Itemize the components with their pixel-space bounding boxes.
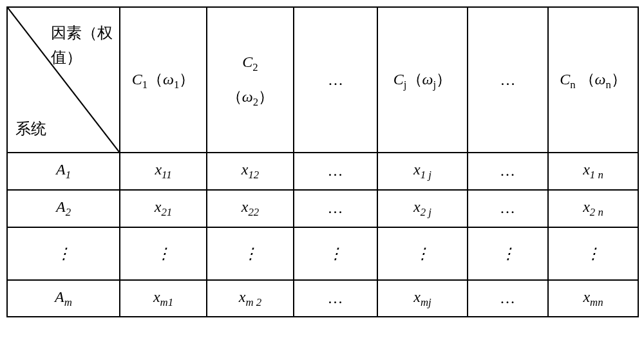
cell: x22 — [207, 190, 294, 227]
header-factor-label: 因素（权 值） — [51, 21, 113, 70]
vdots-icon: ⋮ — [7, 227, 120, 280]
cell: x1 n — [548, 153, 638, 190]
col-header-c1: C1（ω1） — [120, 7, 207, 153]
cell: x12 — [207, 153, 294, 190]
cell: xmj — [377, 280, 468, 317]
row-label-a2: A2 — [7, 190, 120, 227]
cell: xm1 — [120, 280, 207, 317]
col-header-ellipsis2: … — [468, 7, 548, 153]
header-system-label: 系统 — [15, 118, 46, 139]
table-row: A2 x21 x22 … x2 j … x2 n — [7, 190, 638, 227]
table-row-vdots: ⋮ ⋮ ⋮ ⋮ ⋮ ⋮ ⋮ — [7, 227, 638, 280]
cell-ellipsis: … — [294, 280, 377, 317]
cell-ellipsis: … — [468, 153, 548, 190]
cell: xm 2 — [207, 280, 294, 317]
col-header-ellipsis1: … — [294, 7, 377, 153]
vdots-icon: ⋮ — [468, 227, 548, 280]
header-factor-line1: 因素（权 — [51, 24, 113, 41]
vdots-icon: ⋮ — [548, 227, 638, 280]
cell: xmn — [548, 280, 638, 317]
decision-matrix-table: 因素（权 值） 系统 C1（ω1） C2 （ω2） … Cj（ωj） … Cn … — [6, 6, 639, 317]
cell-ellipsis: … — [468, 190, 548, 227]
cell: x21 — [120, 190, 207, 227]
table-row: A1 x11 x12 … x1 j … x1 n — [7, 153, 638, 190]
col-header-cj: Cj（ωj） — [377, 7, 468, 153]
diagonal-header: 因素（权 值） 系统 — [7, 7, 120, 153]
col-header-c2: C2 （ω2） — [207, 7, 294, 153]
col-header-cn: Cn （ωn） — [548, 7, 638, 153]
row-label-am: Am — [7, 280, 120, 317]
cell: x2 j — [377, 190, 468, 227]
cell-ellipsis: … — [294, 190, 377, 227]
cell-ellipsis: … — [468, 280, 548, 317]
cell: x1 j — [377, 153, 468, 190]
header-factor-line2: 值） — [51, 49, 82, 66]
vdots-icon: ⋮ — [294, 227, 377, 280]
vdots-icon: ⋮ — [207, 227, 294, 280]
vdots-icon: ⋮ — [120, 227, 207, 280]
vdots-icon: ⋮ — [377, 227, 468, 280]
table-row: Am xm1 xm 2 … xmj … xmn — [7, 280, 638, 317]
cell-ellipsis: … — [294, 153, 377, 190]
cell: x2 n — [548, 190, 638, 227]
row-label-a1: A1 — [7, 153, 120, 190]
cell: x11 — [120, 153, 207, 190]
